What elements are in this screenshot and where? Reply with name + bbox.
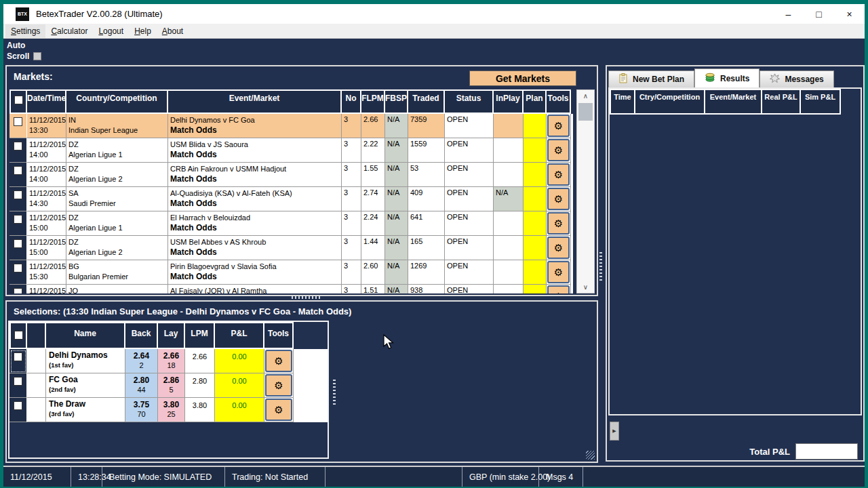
select-all-header[interactable]	[9, 89, 27, 114]
vertical-splitter-handle[interactable]	[599, 252, 602, 282]
col-name[interactable]: Name	[46, 322, 125, 349]
market-row[interactable]: 11/12/201515:30 BGBulgarian Premier Piri…	[9, 260, 573, 285]
market-tools-button[interactable]: ⚙	[547, 139, 570, 161]
tab-messages[interactable]: Messages	[760, 70, 833, 87]
col-fbsp[interactable]: FBSP	[385, 89, 408, 114]
row-checkbox[interactable]	[14, 352, 22, 361]
select-all-header[interactable]	[9, 322, 27, 349]
auto-scroll-checkbox[interactable]	[33, 52, 41, 60]
scroll-down-icon[interactable]: ∨	[577, 281, 594, 293]
resize-grip[interactable]	[586, 451, 595, 460]
col-tools[interactable]: Tools	[547, 89, 571, 114]
row-checkbox-cell[interactable]	[9, 236, 27, 260]
plan-cell[interactable]	[524, 260, 547, 285]
maximize-button[interactable]: □	[804, 4, 834, 24]
lay-price-cell[interactable]: 3.8025	[158, 398, 185, 422]
row-checkbox-cell[interactable]	[9, 138, 27, 163]
market-tools-button[interactable]: ⚙	[547, 188, 570, 210]
col-back[interactable]: Back	[125, 322, 158, 349]
market-tools-button[interactable]: ⚙	[547, 212, 570, 235]
row-checkbox-cell[interactable]	[9, 114, 27, 138]
get-markets-button[interactable]: Get Markets	[469, 70, 576, 86]
market-tools-button[interactable]: ⚙	[547, 237, 570, 259]
col-status[interactable]: Status	[445, 89, 494, 114]
close-button[interactable]: ×	[834, 4, 865, 24]
row-checkbox[interactable]	[14, 215, 22, 224]
row-checkbox[interactable]	[14, 190, 22, 199]
col-lpm[interactable]: LPM	[185, 322, 215, 349]
row-checkbox[interactable]	[14, 239, 22, 248]
row-checkbox-cell[interactable]	[9, 163, 27, 187]
tab-new-bet-plan[interactable]: New Bet Plan	[608, 70, 694, 87]
markets-scrollbar[interactable]: ∧ ∨	[576, 89, 595, 293]
col-no[interactable]: No	[342, 89, 361, 114]
market-row[interactable]: 11/12/201516:00 JOJordanian Premier Al F…	[9, 285, 573, 293]
row-checkbox-cell[interactable]	[9, 373, 27, 398]
row-checkbox[interactable]	[14, 264, 22, 272]
market-row[interactable]: 11/12/201514:00 DZAlgerian Ligue 1 USM B…	[9, 138, 573, 163]
menu-calculator[interactable]: Calculator	[45, 24, 93, 38]
row-checkbox[interactable]	[14, 166, 22, 175]
back-price-cell[interactable]: 3.7570	[125, 398, 158, 422]
menu-about[interactable]: About	[157, 24, 189, 38]
scrollbar-thumb[interactable]	[578, 103, 593, 121]
selection-tools-button[interactable]: ⚙	[265, 350, 292, 372]
col-plan[interactable]: Plan	[524, 89, 547, 114]
col-sim-pnl[interactable]: Sim P&L	[801, 89, 841, 115]
market-tools-button[interactable]: ⚙	[547, 285, 570, 293]
plan-cell[interactable]	[524, 236, 547, 260]
col-traded[interactable]: Traded	[408, 89, 445, 114]
row-checkbox-cell[interactable]	[9, 260, 27, 285]
horizontal-splitter-handle[interactable]	[292, 296, 321, 299]
row-checkbox[interactable]	[14, 401, 22, 410]
market-row[interactable]: 11/12/201514:00 DZAlgerian Ligue 2 CRB A…	[9, 163, 573, 187]
row-checkbox-cell[interactable]	[9, 187, 27, 211]
market-tools-button[interactable]: ⚙	[547, 261, 570, 283]
selection-row[interactable]: FC Goa(2nd fav) 2.8044 2.865 2.80 0.00 ⚙	[9, 373, 328, 398]
select-all-checkbox[interactable]	[14, 331, 23, 340]
selection-row[interactable]: The Draw(3rd fav) 3.7570 3.8025 3.80 0.0…	[9, 398, 328, 422]
plan-cell[interactable]	[524, 114, 547, 138]
col-ctry-competition[interactable]: Ctry/Competition	[635, 89, 705, 115]
plan-cell[interactable]	[524, 163, 547, 187]
market-tools-button[interactable]: ⚙	[547, 163, 570, 186]
market-row[interactable]: 11/12/201513:30 INIndian Super League De…	[9, 114, 573, 138]
col-event-market[interactable]: Event/Market	[168, 89, 342, 114]
selection-tools-button[interactable]: ⚙	[265, 374, 292, 396]
back-price-cell[interactable]: 2.642	[125, 349, 158, 373]
market-tools-button[interactable]: ⚙	[547, 115, 570, 137]
col-event-market[interactable]: Event/Market	[705, 89, 762, 115]
row-checkbox-cell[interactable]	[9, 349, 27, 373]
lay-price-cell[interactable]: 2.6618	[158, 349, 185, 373]
back-price-cell[interactable]: 2.8044	[125, 373, 158, 398]
lay-price-cell[interactable]: 2.865	[158, 373, 185, 398]
row-checkbox[interactable]	[14, 377, 22, 386]
row-checkbox-cell[interactable]	[9, 211, 27, 236]
plan-cell[interactable]	[524, 187, 547, 211]
col-flpm[interactable]: FLPM	[361, 89, 385, 114]
col-real-pnl[interactable]: Real P&L	[762, 89, 801, 115]
plan-cell[interactable]	[524, 285, 547, 293]
market-row[interactable]: 11/12/201515:00 DZAlgerian Ligue 2 USM B…	[9, 236, 573, 260]
selections-splitter-handle[interactable]	[333, 380, 336, 407]
row-checkbox[interactable]	[14, 117, 22, 126]
col-tools[interactable]: Tools	[264, 322, 294, 349]
minimize-button[interactable]: –	[773, 4, 804, 24]
tab-results[interactable]: Results	[694, 68, 760, 87]
selection-tools-button[interactable]: ⚙	[265, 399, 292, 421]
row-checkbox-cell[interactable]	[9, 285, 27, 293]
expand-button[interactable]: ▶	[610, 422, 619, 441]
plan-cell[interactable]	[524, 138, 547, 163]
menu-logout[interactable]: Logout	[93, 24, 129, 38]
menu-settings[interactable]: Settings	[5, 24, 45, 38]
market-row[interactable]: 11/12/201515:00 DZAlgerian Ligue 1 El Ha…	[9, 211, 573, 236]
row-checkbox[interactable]	[14, 142, 22, 150]
row-checkbox-cell[interactable]	[9, 398, 27, 422]
col-time[interactable]: Time	[610, 89, 635, 115]
col-inplay[interactable]: InPlay	[494, 89, 524, 114]
total-pnl-field[interactable]	[795, 443, 858, 460]
market-row[interactable]: 11/12/201514:30 SASaudi Premier Al-Quadi…	[9, 187, 573, 211]
selection-row[interactable]: Delhi Dynamos(1st fav) 2.642 2.6618 2.66…	[9, 349, 328, 373]
menu-help[interactable]: Help	[129, 24, 157, 38]
row-checkbox[interactable]	[14, 288, 22, 293]
